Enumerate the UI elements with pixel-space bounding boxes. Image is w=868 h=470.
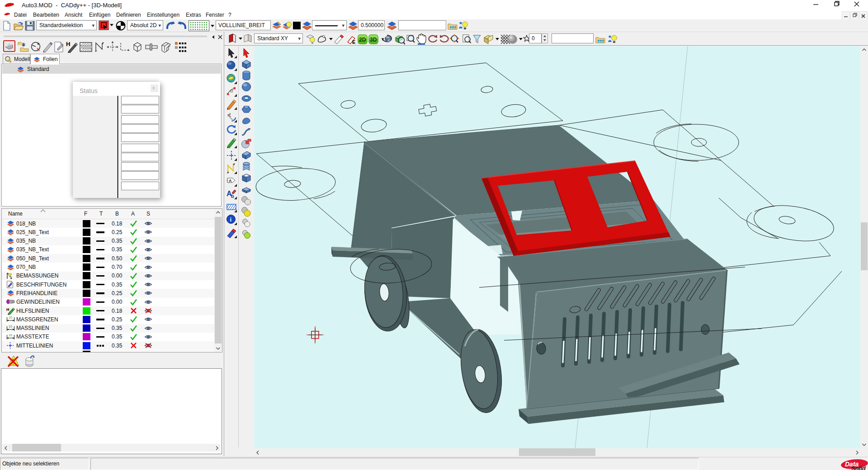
svg-text:3D: 3D xyxy=(370,37,377,43)
svg-text:10: 10 xyxy=(9,316,12,319)
svg-text:i: i xyxy=(230,216,232,223)
svg-text:A: A xyxy=(229,179,232,183)
svg-text:H: H xyxy=(66,41,70,47)
svg-text:b: b xyxy=(231,193,234,199)
svg-text:10: 10 xyxy=(9,334,12,337)
svg-text:E: E xyxy=(352,39,355,45)
svg-text:2D: 2D xyxy=(359,37,366,43)
svg-text:Solid: Solid xyxy=(851,465,866,470)
svg-text:10: 10 xyxy=(9,325,12,328)
svg-text:H: H xyxy=(6,307,9,312)
